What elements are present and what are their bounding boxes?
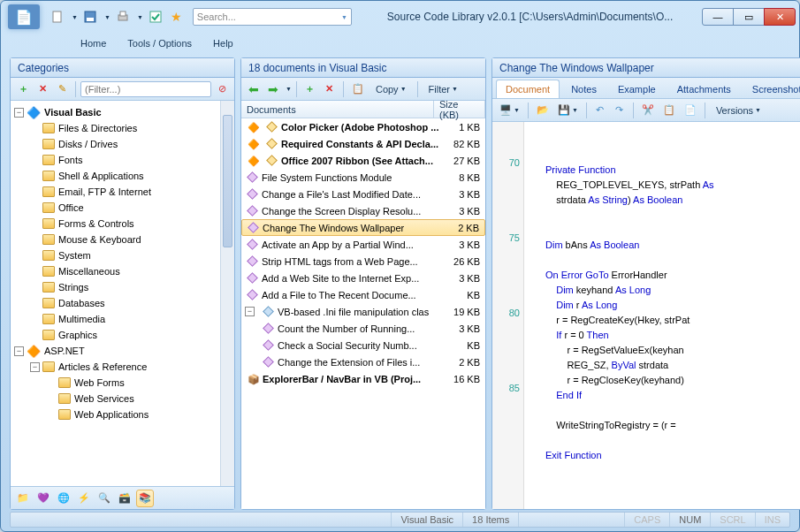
add-icon[interactable]: ＋ bbox=[301, 80, 319, 98]
svg-rect-0 bbox=[53, 11, 61, 22]
document-row[interactable]: Add a Web Site to the Internet Exp...3 K… bbox=[241, 270, 485, 286]
back-icon[interactable]: ⬅ bbox=[245, 80, 263, 98]
document-row[interactable]: Activate an App by a Partial Wind...3 KB bbox=[241, 236, 485, 253]
document-row[interactable]: Strip HTML tags from a Web Page...26 KB bbox=[241, 253, 485, 270]
undo-icon[interactable]: ↶ bbox=[591, 102, 609, 119]
menu-tools[interactable]: Tools / Options bbox=[127, 38, 192, 49]
library-icon[interactable]: 📚 bbox=[136, 490, 154, 507]
tree-item[interactable]: Miscellaneous bbox=[11, 263, 234, 279]
tree-item[interactable]: Forms & Controls bbox=[11, 216, 234, 232]
document-row[interactable]: File System Functions Module8 KB bbox=[241, 169, 485, 186]
document-row[interactable]: Change the Screen Display Resolu...3 KB bbox=[241, 202, 485, 219]
check-icon[interactable] bbox=[147, 8, 164, 26]
copy-icon[interactable]: 📋 bbox=[348, 80, 368, 98]
menubar: Home Tools / Options Help bbox=[1, 33, 799, 54]
star-icon[interactable]: ★ bbox=[168, 8, 186, 26]
dropdown-icon[interactable]: ▼ bbox=[72, 14, 78, 20]
tab-example[interactable]: Example bbox=[608, 80, 666, 98]
view-icon[interactable]: 🖥️▼ bbox=[496, 102, 523, 119]
dropdown-icon[interactable]: ▼ bbox=[104, 14, 110, 20]
tab-document[interactable]: Document bbox=[496, 80, 560, 98]
tree-item[interactable]: Mouse & Keyboard bbox=[11, 232, 234, 247]
categories-panel: Categories ＋ ✕ ✎ ⊘ −🔷Visual BasicFiles &… bbox=[10, 57, 235, 510]
copy-icon[interactable]: 📋 bbox=[659, 102, 679, 119]
tab-notes[interactable]: Notes bbox=[561, 80, 606, 98]
forward-icon[interactable]: ➡ bbox=[264, 80, 282, 98]
filter-input[interactable] bbox=[80, 81, 211, 97]
minimize-button[interactable]: — bbox=[702, 8, 734, 26]
tree-item[interactable]: Graphics bbox=[11, 327, 234, 343]
delete-icon[interactable]: ✕ bbox=[34, 80, 51, 98]
categories-tree[interactable]: −🔷Visual BasicFiles & DirectoriesDisks /… bbox=[11, 101, 234, 426]
tree-item[interactable]: Web Services bbox=[11, 391, 234, 407]
status-caps: CAPS bbox=[624, 513, 669, 527]
copy-button[interactable]: Copy▼ bbox=[370, 80, 413, 98]
app-icon[interactable]: 📄 bbox=[8, 4, 40, 29]
tab-screenshots[interactable]: Screenshots bbox=[743, 80, 800, 98]
document-row[interactable]: 🔶Required Constants & API Decla...82 KB bbox=[241, 135, 485, 152]
dropdown-icon[interactable]: ▼ bbox=[286, 86, 292, 92]
print-icon[interactable] bbox=[114, 8, 132, 26]
scrollbar[interactable] bbox=[220, 101, 234, 486]
lightning-icon[interactable]: ⚡ bbox=[75, 490, 93, 507]
tree-item[interactable]: Fonts bbox=[11, 152, 234, 168]
tab-attachments[interactable]: Attachments bbox=[667, 80, 741, 98]
tree-item[interactable]: Web Forms bbox=[11, 375, 234, 391]
tree-item[interactable]: Shell & Applications bbox=[11, 168, 234, 184]
tree-item[interactable]: −🔷Visual Basic bbox=[11, 104, 234, 120]
tree-item[interactable]: Strings bbox=[11, 279, 234, 295]
document-row[interactable]: Count the Number of Running...3 KB bbox=[241, 320, 485, 337]
new-icon[interactable] bbox=[49, 8, 66, 26]
paste-icon[interactable]: 📄 bbox=[681, 102, 700, 119]
favorites-icon[interactable]: 💜 bbox=[34, 490, 52, 507]
document-row[interactable]: Change a File's Last Modified Date...3 K… bbox=[241, 186, 485, 202]
tree-item[interactable]: Disks / Drives bbox=[11, 136, 234, 152]
add-icon[interactable]: ＋ bbox=[14, 80, 32, 98]
document-row[interactable]: Change The Windows Wallpaper2 KB bbox=[241, 219, 485, 236]
svg-rect-2 bbox=[87, 18, 94, 21]
documents-toolbar: ⬅ ➡ ▼ ＋ ✕ 📋 Copy▼ Filter▼ bbox=[241, 78, 485, 101]
redo-icon[interactable]: ↷ bbox=[611, 102, 629, 119]
tree-item[interactable]: Files & Directories bbox=[11, 120, 234, 136]
close-button[interactable]: ✕ bbox=[764, 8, 796, 26]
tree-item[interactable]: −Articles & Reference bbox=[11, 359, 234, 375]
dropdown-icon[interactable]: ▼ bbox=[137, 14, 143, 20]
tree-item[interactable]: Email, FTP & Internet bbox=[11, 184, 234, 200]
document-row[interactable]: Check a Social Security Numb...KB bbox=[241, 337, 485, 353]
document-row[interactable]: 📦ExplorerBar / NavBar in VB (Proj...16 K… bbox=[241, 370, 485, 387]
search-input[interactable]: Search... ▼ bbox=[193, 8, 352, 26]
filter-button[interactable]: Filter▼ bbox=[423, 80, 464, 98]
document-row[interactable]: 🔶Color Picker (Adobe Photoshop ...1 KB bbox=[241, 118, 485, 135]
document-row[interactable]: 🔶Office 2007 Ribbon (See Attach...27 KB bbox=[241, 152, 485, 169]
column-headers[interactable]: Documents Size (KB) bbox=[241, 101, 485, 118]
document-row[interactable]: Add a File to The Recent Docume...KB bbox=[241, 286, 485, 303]
tree-item[interactable]: −🔶ASP.NET bbox=[11, 343, 234, 359]
versions-button[interactable]: Versions▼ bbox=[710, 102, 767, 119]
tree-item[interactable]: Multimedia bbox=[11, 311, 234, 327]
clear-filter-icon[interactable]: ⊘ bbox=[213, 80, 231, 98]
code-editor[interactable]: 70 75 80 85 Private Function REG_TOPLEVE… bbox=[492, 122, 800, 509]
save-icon[interactable]: 💾▼ bbox=[554, 102, 582, 119]
documents-list[interactable]: 🔶Color Picker (Adobe Photoshop ...1 KB🔶R… bbox=[241, 118, 485, 387]
cut-icon[interactable]: ✂️ bbox=[638, 102, 658, 119]
col-size[interactable]: Size (KB) bbox=[434, 101, 485, 118]
delete-icon[interactable]: ✕ bbox=[321, 80, 339, 98]
folder-view-icon[interactable]: 📁 bbox=[14, 490, 32, 507]
db-icon[interactable]: 🗃️ bbox=[116, 490, 133, 507]
tree-item[interactable]: Web Applications bbox=[11, 407, 234, 422]
open-icon[interactable]: 📂 bbox=[533, 102, 552, 119]
menu-home[interactable]: Home bbox=[80, 38, 106, 49]
document-row[interactable]: −VB-based .Ini file manipulation clas19 … bbox=[241, 303, 485, 320]
menu-help[interactable]: Help bbox=[213, 38, 233, 49]
maximize-button[interactable]: ▭ bbox=[733, 8, 765, 26]
edit-icon[interactable]: ✎ bbox=[53, 80, 71, 98]
search-icon[interactable]: 🔍 bbox=[95, 490, 113, 507]
col-documents[interactable]: Documents bbox=[241, 101, 434, 118]
status-count: 18 Items bbox=[462, 513, 518, 527]
tree-item[interactable]: Databases bbox=[11, 295, 234, 311]
globe-icon[interactable]: 🌐 bbox=[55, 490, 72, 507]
document-row[interactable]: Change the Extension of Files i...2 KB bbox=[241, 353, 485, 370]
tree-item[interactable]: Office bbox=[11, 200, 234, 216]
tree-item[interactable]: System bbox=[11, 247, 234, 263]
save-icon[interactable] bbox=[81, 8, 99, 26]
